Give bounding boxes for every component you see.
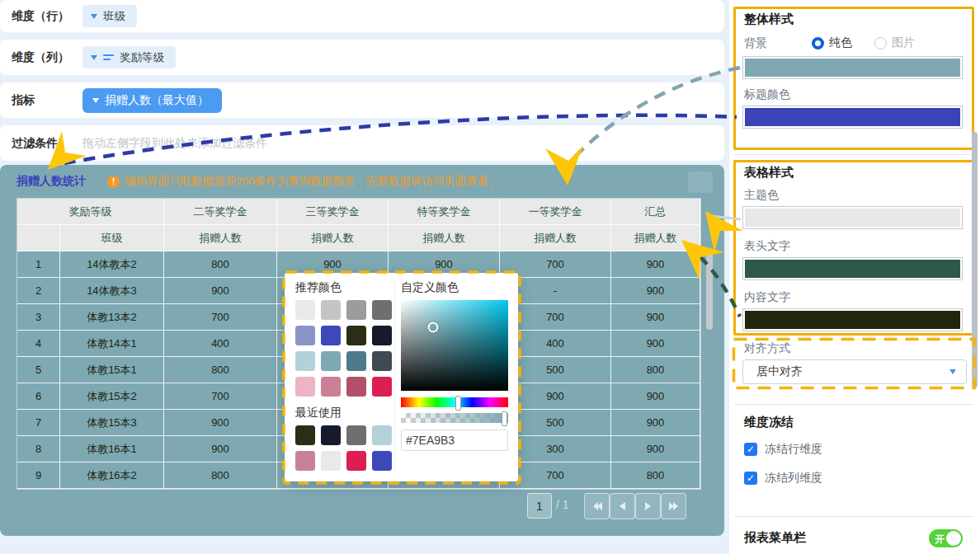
- color-swatch[interactable]: [346, 300, 366, 320]
- body-cell: 体教15本2: [60, 383, 164, 410]
- prev-page-button[interactable]: [610, 493, 635, 519]
- body-cell: 体教13本2: [60, 304, 164, 331]
- color-swatch[interactable]: [372, 425, 392, 445]
- checkbox-freeze-col[interactable]: ✓ 冻结列维度: [744, 471, 822, 486]
- body-cell: 900: [164, 278, 277, 304]
- color-swatch[interactable]: [321, 451, 341, 471]
- metric-button[interactable]: 捐赠人数（最大值）: [82, 88, 222, 113]
- caret-down-icon: [91, 55, 97, 60]
- alpha-slider-handle[interactable]: [502, 411, 507, 426]
- filter-card[interactable]: 过滤条件 拖动左侧字段到此处来添加过滤条件: [0, 125, 724, 161]
- radio-solid-color[interactable]: 纯色: [812, 35, 852, 50]
- header-cell: 特等奖学金: [389, 199, 500, 225]
- header-cell: [17, 225, 60, 251]
- hue-slider[interactable]: [401, 397, 508, 407]
- divider: [734, 404, 973, 405]
- metric-label: 指标: [12, 93, 35, 108]
- pagination-bar: 1 / 1: [0, 491, 724, 521]
- header-cell: 捐赠人数: [500, 225, 611, 251]
- sort-icon[interactable]: ↑↓: [688, 171, 713, 193]
- body-cell: 7: [17, 410, 60, 436]
- field-tag-award-level[interactable]: 奖励等级: [82, 46, 176, 68]
- color-swatch[interactable]: [321, 425, 341, 445]
- color-swatch[interactable]: [295, 451, 315, 471]
- radio-image[interactable]: 图片: [874, 35, 915, 50]
- radio-off-icon: [874, 37, 887, 49]
- color-swatch[interactable]: [346, 351, 366, 371]
- body-cell: 1: [17, 251, 60, 278]
- last-page-button[interactable]: [661, 493, 686, 519]
- body-cell: 体教16本1: [60, 436, 164, 462]
- color-swatch[interactable]: [295, 326, 315, 345]
- alpha-slider[interactable]: [401, 413, 508, 423]
- color-swatch[interactable]: [321, 351, 341, 371]
- align-label: 对齐方式: [744, 341, 790, 356]
- color-swatch[interactable]: [346, 377, 366, 397]
- chevron-down-icon: [949, 369, 956, 374]
- color-swatch[interactable]: [321, 300, 341, 320]
- color-picker-popup: 推荐颜色 最近使用 自定义颜色: [285, 273, 518, 481]
- color-swatch[interactable]: [346, 425, 366, 445]
- body-cell: 体教15本1: [60, 357, 164, 383]
- color-swatch[interactable]: [372, 377, 392, 397]
- title-color-swatch[interactable]: [742, 106, 963, 129]
- header-cell: 二等奖学金: [164, 199, 277, 225]
- body-cell: 6: [17, 383, 60, 410]
- right-arrow-icon: [645, 502, 651, 510]
- color-swatch[interactable]: [346, 326, 366, 345]
- header-cell: 捐赠人数: [164, 225, 277, 251]
- color-swatch[interactable]: [295, 351, 315, 371]
- color-swatch[interactable]: [372, 326, 392, 345]
- body-cell: 800: [611, 357, 700, 383]
- header-cell: 捐赠人数: [277, 225, 389, 251]
- next-page-button[interactable]: [635, 493, 661, 519]
- content-text-label: 内容文字: [744, 290, 790, 305]
- header-cell: 一等奖学金: [500, 199, 611, 225]
- recommended-colors-grid: [295, 300, 392, 397]
- body-cell: 900: [611, 251, 700, 278]
- field-tag-label: 奖励等级: [120, 50, 164, 65]
- color-swatch[interactable]: [321, 326, 341, 345]
- saturation-gradient-area[interactable]: [401, 300, 508, 391]
- color-swatch[interactable]: [372, 300, 392, 320]
- header-cell: 汇总: [611, 199, 700, 225]
- color-swatch[interactable]: [321, 377, 341, 397]
- gradient-cursor[interactable]: [428, 322, 439, 333]
- page-number-box[interactable]: 1: [527, 493, 552, 519]
- custom-color-label: 自定义颜色: [401, 280, 459, 295]
- color-swatch[interactable]: [372, 351, 392, 371]
- header-cell: 三等奖学金: [277, 199, 389, 225]
- align-select[interactable]: 居中对齐: [742, 359, 967, 384]
- freeze-heading: 维度冻结: [744, 415, 794, 430]
- menu-bar-toggle[interactable]: 开: [929, 529, 963, 547]
- header-text-color-swatch[interactable]: [742, 257, 963, 280]
- first-page-button[interactable]: [584, 493, 610, 519]
- page-total: / 1: [556, 493, 569, 517]
- background-color-swatch[interactable]: [742, 56, 963, 79]
- hue-slider-handle[interactable]: [455, 396, 461, 411]
- body-cell: 14体教本3: [60, 278, 164, 304]
- color-swatch[interactable]: [372, 451, 392, 471]
- body-cell: 8: [17, 436, 60, 462]
- body-cell: 5: [17, 357, 60, 383]
- content-text-color-swatch[interactable]: [742, 308, 963, 331]
- panel-scrollbar[interactable]: [972, 132, 978, 387]
- color-swatch[interactable]: [295, 377, 315, 397]
- theme-color-swatch[interactable]: [742, 206, 963, 229]
- caret-down-icon: [92, 98, 99, 103]
- table-vertical-scrollbar[interactable]: [706, 251, 713, 330]
- table-title-bar: 捐赠人数统计 ! 编辑界面只取数据源前200条作为查询数据预览，完整数据请访问页…: [0, 165, 724, 198]
- left-arrow-icon: [620, 502, 625, 510]
- color-swatch[interactable]: [295, 425, 315, 445]
- field-tag-class[interactable]: 班级: [82, 5, 137, 27]
- divider: [734, 154, 973, 155]
- checkbox-freeze-row[interactable]: ✓ 冻结行维度: [744, 442, 822, 457]
- body-cell: 14体教本2: [60, 251, 164, 278]
- hex-color-input[interactable]: [401, 430, 508, 451]
- metric-card: 指标 捐赠人数（最大值）: [0, 82, 724, 118]
- body-cell: 2: [17, 278, 60, 304]
- body-cell: 800: [611, 462, 700, 489]
- color-swatch[interactable]: [346, 451, 366, 471]
- checkbox-checked-icon: ✓: [744, 472, 757, 485]
- color-swatch[interactable]: [295, 300, 315, 320]
